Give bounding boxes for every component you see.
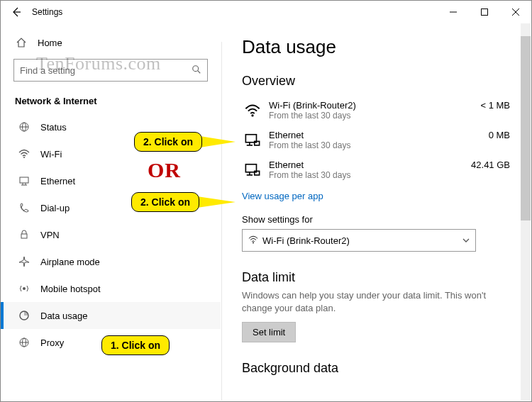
sidebar-item-data-usage[interactable]: Data usage: [1, 302, 221, 329]
sidebar-section-label: Network & Internet: [1, 87, 221, 113]
data-usage-icon: [18, 309, 31, 322]
sidebar-item-airplane[interactable]: Airplane mode: [1, 248, 221, 275]
background-data-heading: Background data: [242, 361, 510, 376]
sidebar-item-label: VPN: [40, 230, 60, 240]
view-usage-per-app-link[interactable]: View usage per app: [242, 191, 510, 201]
svg-point-29: [253, 242, 254, 243]
sidebar-item-vpn[interactable]: VPN: [1, 221, 221, 248]
dialup-icon: [18, 201, 31, 214]
data-limit-heading: Data limit: [242, 270, 510, 285]
usage-row-ethernet-1[interactable]: Ethernet From the last 30 days 0 MB: [242, 125, 510, 155]
scrollbar-thumb[interactable]: [521, 36, 531, 220]
svg-rect-1: [482, 9, 488, 16]
svg-rect-14: [21, 234, 27, 238]
vpn-icon: [18, 228, 31, 241]
sidebar-item-ethernet[interactable]: Ethernet: [1, 167, 221, 194]
usage-sub: From the last 30 days: [269, 140, 489, 150]
search-input[interactable]: Find a setting: [13, 59, 208, 82]
titlebar: Settings: [1, 1, 531, 23]
sidebar-item-label: Status: [40, 122, 67, 133]
usage-name: Wi-Fi (Brink-Router2): [269, 100, 480, 111]
callout-2a: 2. Click on: [134, 132, 202, 152]
usage-amount: 0 MB: [489, 130, 510, 140]
wifi-icon: [248, 235, 258, 247]
svg-point-4: [193, 65, 199, 71]
show-settings-label: Show settings for: [242, 214, 510, 225]
airplane-icon: [18, 255, 31, 268]
search-placeholder: Find a setting: [20, 65, 75, 76]
sidebar-item-label: Proxy: [40, 337, 64, 348]
chevron-down-icon: [462, 235, 470, 246]
proxy-icon: [18, 336, 31, 349]
svg-rect-28: [255, 171, 260, 175]
usage-sub: From the last 30 days: [269, 170, 471, 180]
usage-amount: < 1 MB: [480, 100, 510, 111]
callout-1: 1. Click on: [101, 335, 170, 355]
svg-rect-10: [20, 177, 28, 183]
sidebar-item-label: Ethernet: [40, 176, 75, 186]
svg-point-9: [23, 157, 25, 158]
data-limit-description: Windows can help you stay under your dat…: [242, 289, 490, 315]
ethernet-icon: [18, 174, 31, 187]
usage-name: Ethernet: [269, 130, 489, 140]
overview-heading: Overview: [242, 74, 510, 89]
network-select[interactable]: Wi-Fi (Brink-Router2): [242, 229, 476, 252]
usage-sub: From the last 30 days: [269, 111, 480, 121]
usage-name: Ethernet: [269, 160, 471, 170]
set-limit-button[interactable]: Set limit: [242, 322, 296, 342]
home-button[interactable]: Home: [1, 29, 221, 56]
hotspot-icon: [18, 282, 31, 295]
svg-rect-24: [255, 141, 260, 145]
wifi-icon: [18, 147, 31, 160]
sidebar-item-label: Airplane mode: [40, 257, 100, 267]
svg-point-15: [23, 287, 26, 290]
close-button[interactable]: [500, 1, 531, 23]
wifi-icon: [242, 100, 263, 121]
usage-amount: 42.41 GB: [471, 160, 510, 170]
ethernet-icon: [242, 160, 263, 181]
sidebar-item-label: Data usage: [40, 311, 88, 321]
sidebar-item-label: Mobile hotspot: [40, 284, 101, 294]
sidebar-item-label: Dial-up: [40, 203, 70, 213]
callout-2b: 2. Click on: [131, 192, 199, 212]
callout-pointer: [197, 196, 235, 208]
window-title: Settings: [32, 7, 62, 17]
status-icon: [18, 121, 31, 133]
usage-row-wifi[interactable]: Wi-Fi (Brink-Router2) From the last 30 d…: [242, 96, 510, 125]
back-button[interactable]: [6, 2, 26, 22]
callout-pointer: [200, 136, 235, 147]
page-title: Data usage: [242, 36, 510, 58]
sidebar-item-hotspot[interactable]: Mobile hotspot: [1, 275, 221, 302]
svg-point-20: [251, 114, 253, 116]
minimize-button[interactable]: [438, 1, 469, 23]
usage-row-ethernet-2[interactable]: Ethernet From the last 30 days 42.41 GB: [242, 155, 510, 185]
sidebar-item-label: Wi-Fi: [40, 149, 62, 160]
callout-or: OR: [148, 158, 181, 182]
maximize-button[interactable]: [469, 1, 500, 23]
selected-value: Wi-Fi (Brink-Router2): [262, 235, 350, 246]
settings-window: Settings Home Find a setting Networ: [0, 0, 532, 402]
content-pane: Data usage Overview Wi-Fi (Brink-Router2…: [221, 23, 531, 401]
home-icon: [15, 36, 28, 49]
ethernet-icon: [242, 130, 263, 151]
svg-line-5: [198, 70, 201, 73]
home-label: Home: [38, 38, 62, 48]
search-icon: [192, 65, 201, 77]
